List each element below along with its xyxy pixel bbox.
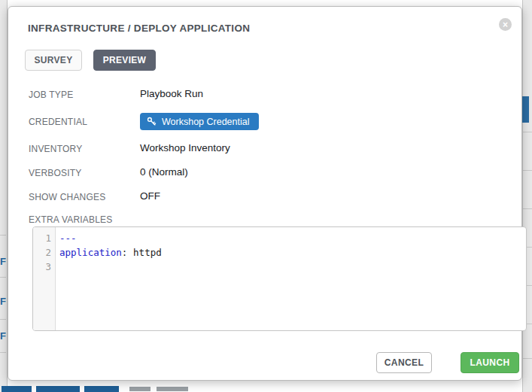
clipped-link-text [84, 386, 119, 392]
tab-survey[interactable]: SURVEY [25, 50, 82, 71]
credential-badge-label: Workshop Credential [162, 117, 250, 127]
row-divider [0, 277, 6, 278]
yaml-doc-start: --- [59, 232, 77, 244]
cancel-button[interactable]: CANCEL [376, 352, 432, 373]
row-divider [523, 132, 532, 132]
row-divider [0, 319, 6, 320]
line-number: 3 [33, 260, 55, 274]
row-divider [523, 170, 532, 171]
job-type-value: Playbook Run [140, 88, 203, 99]
clipped-muted-text [129, 387, 150, 391]
background-blue-chip [522, 96, 529, 123]
background-row-link: F [0, 296, 6, 306]
yaml-value: httpd [133, 247, 162, 258]
extra-variables-editor[interactable]: 1 2 3 --- application:httpd [32, 226, 527, 331]
background-row-link: F [0, 257, 6, 266]
line-number: 2 [33, 245, 55, 260]
row-divider [0, 352, 6, 353]
inventory-value: Workshop Inventory [140, 142, 230, 153]
verbosity-label: VERBOSITY [29, 168, 81, 178]
credential-badge[interactable]: Workshop Credential [140, 113, 259, 130]
editor-code-area[interactable]: --- application:httpd [56, 227, 526, 330]
line-number: 1 [33, 231, 55, 245]
clipped-link-text [36, 386, 80, 392]
code-line-2: application:httpd [59, 245, 526, 260]
row-divider [0, 235, 6, 236]
verbosity-value: 0 (Normal) [140, 166, 188, 178]
launch-button[interactable]: LAUNCH [461, 352, 519, 373]
code-line-1: --- [59, 231, 526, 245]
clipped-muted-text [157, 387, 188, 391]
yaml-key: application [59, 247, 122, 258]
key-icon [147, 117, 157, 126]
background-page-left-edge: F F F [0, 0, 8, 392]
row-divider [523, 208, 532, 209]
tab-preview[interactable]: PREVIEW [93, 50, 156, 71]
background-page-right-edge [522, 0, 532, 392]
row-divider [523, 358, 532, 359]
code-line-3 [59, 260, 526, 274]
close-icon[interactable]: × [499, 18, 512, 31]
deploy-application-modal: INFRASTRUCTURE / DEPLOY APPLICATION × SU… [8, 6, 522, 381]
show-changes-label: SHOW CHANGES [29, 192, 105, 202]
extra-variables-label: EXTRA VARIABLES [29, 214, 113, 225]
inventory-label: INVENTORY [29, 144, 82, 154]
show-changes-value: OFF [140, 190, 160, 202]
job-type-label: JOB TYPE [29, 90, 73, 100]
modal-title: INFRASTRUCTURE / DEPLOY APPLICATION [28, 23, 250, 34]
yaml-colon: : [122, 247, 128, 258]
background-row-link: F [0, 331, 6, 341]
editor-line-number-gutter: 1 2 3 [33, 227, 56, 330]
clipped-link-text [2, 386, 32, 392]
credential-label: CREDENTIAL [29, 117, 87, 127]
